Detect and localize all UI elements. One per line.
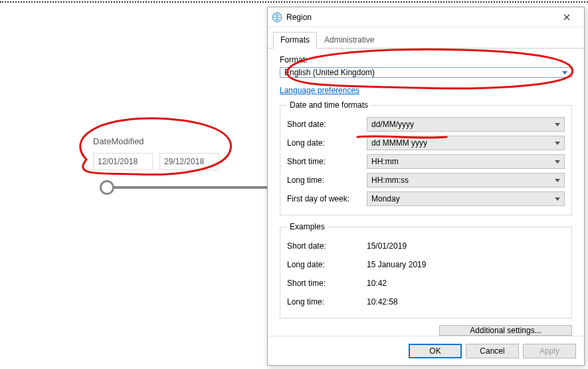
long-time-value: HH:mm:ss (371, 176, 409, 185)
chevron-down-icon (562, 71, 567, 74)
long-time-label: Long time: (287, 176, 367, 185)
examples-group: Examples Short date: 15/01/2019 Long dat… (280, 222, 572, 318)
date-time-formats-group: Date and time formats Short date: dd/MM/… (280, 100, 572, 215)
chevron-down-icon (555, 123, 560, 126)
slicer-track (103, 186, 269, 189)
format-select-value: English (United Kingdom) (284, 68, 375, 77)
long-date-label: Long date: (287, 138, 367, 148)
slicer-handle[interactable] (100, 180, 114, 195)
ex-short-date-label: Short date: (287, 241, 367, 251)
long-date-value: dd MMMM yyyy (371, 138, 427, 148)
date-slicer: DateModified (93, 136, 219, 170)
first-day-value: Monday (371, 194, 400, 203)
close-button[interactable] (553, 10, 580, 25)
cancel-button[interactable]: Cancel (466, 344, 519, 358)
short-date-label: Short date: (287, 120, 367, 129)
apply-button: Apply (523, 344, 576, 358)
chevron-down-icon (555, 160, 560, 164)
tab-formats[interactable]: Formats (273, 32, 317, 49)
chevron-down-icon (555, 179, 560, 182)
ex-long-time-value: 10:42:58 (367, 297, 565, 307)
region-dialog: Region Formats Administrative Format: En… (267, 7, 585, 366)
ex-long-date-label: Long date: (287, 260, 367, 269)
format-label: Format: (280, 55, 572, 64)
close-icon (563, 14, 570, 21)
globe-icon (272, 12, 282, 23)
format-select[interactable]: English (United Kingdom) (280, 67, 572, 78)
slicer-from-input[interactable] (93, 153, 153, 170)
short-date-value: dd/MM/yyyy (371, 120, 414, 129)
dotted-separator (0, 1, 588, 3)
short-time-label: Short time: (287, 157, 367, 166)
first-day-label: First day of week: (287, 194, 367, 203)
short-time-select[interactable]: HH:mm (367, 154, 565, 169)
slicer-title: DateModified (93, 136, 219, 146)
date-time-formats-legend: Date and time formats (287, 100, 371, 110)
dialog-tabs: Formats Administrative (268, 27, 584, 49)
long-date-select[interactable]: dd MMMM yyyy (367, 136, 565, 150)
ex-long-time-label: Long time: (287, 297, 367, 307)
language-preferences-link[interactable]: Language preferences (280, 86, 572, 95)
chevron-down-icon (555, 142, 560, 145)
ex-short-time-label: Short time: (287, 279, 367, 288)
long-time-select[interactable]: HH:mm:ss (367, 173, 565, 187)
ex-short-time-value: 10:42 (367, 279, 565, 288)
short-date-select[interactable]: dd/MM/yyyy (367, 117, 565, 132)
ok-button[interactable]: OK (409, 344, 462, 358)
tab-administrative[interactable]: Administrative (317, 32, 381, 49)
additional-settings-button[interactable]: Additional settings... (439, 325, 572, 336)
ex-short-date-value: 15/01/2019 (367, 241, 565, 251)
chevron-down-icon (555, 197, 560, 201)
short-time-value: HH:mm (371, 157, 399, 166)
ex-long-date-value: 15 January 2019 (367, 260, 565, 269)
examples-legend: Examples (287, 222, 328, 231)
dialog-titlebar: Region (268, 7, 584, 27)
dialog-footer: OK Cancel Apply (268, 336, 584, 365)
slicer-to-input[interactable] (159, 153, 219, 170)
first-day-select[interactable]: Monday (367, 191, 565, 206)
dialog-title: Region (286, 13, 553, 22)
